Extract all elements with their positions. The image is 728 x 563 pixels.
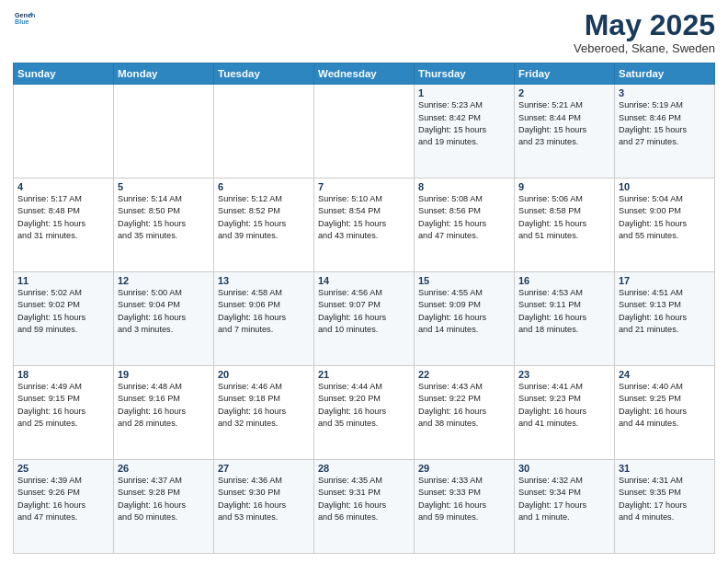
calendar-cell: 29Sunrise: 4:33 AM Sunset: 9:33 PM Dayli… xyxy=(415,460,515,554)
day-number: 13 xyxy=(218,275,310,286)
day-info: Sunrise: 4:44 AM Sunset: 9:20 PM Dayligh… xyxy=(318,381,410,430)
title-block: May 2025 Veberoed, Skane, Sweden xyxy=(574,9,715,55)
day-info: Sunrise: 4:49 AM Sunset: 9:15 PM Dayligh… xyxy=(17,381,109,430)
day-info: Sunrise: 5:10 AM Sunset: 8:54 PM Dayligh… xyxy=(318,193,410,242)
location: Veberoed, Skane, Sweden xyxy=(574,41,715,55)
calendar-cell xyxy=(214,85,314,178)
calendar-cell: 10Sunrise: 5:04 AM Sunset: 9:00 PM Dayli… xyxy=(615,178,715,272)
day-number: 25 xyxy=(17,463,109,474)
calendar-cell: 6Sunrise: 5:12 AM Sunset: 8:52 PM Daylig… xyxy=(214,178,314,272)
day-info: Sunrise: 4:31 AM Sunset: 9:35 PM Dayligh… xyxy=(619,475,711,523)
weekday-header-friday: Friday xyxy=(515,63,615,85)
calendar-cell: 24Sunrise: 4:40 AM Sunset: 9:25 PM Dayli… xyxy=(615,366,715,460)
day-number: 27 xyxy=(218,463,310,474)
day-number: 12 xyxy=(118,275,210,286)
weekday-header-row: SundayMondayTuesdayWednesdayThursdayFrid… xyxy=(14,63,715,85)
calendar-cell: 27Sunrise: 4:36 AM Sunset: 9:30 PM Dayli… xyxy=(214,460,314,554)
day-number: 15 xyxy=(418,275,510,286)
calendar-week-4: 18Sunrise: 4:49 AM Sunset: 9:15 PM Dayli… xyxy=(14,366,715,460)
calendar-cell xyxy=(314,85,415,178)
calendar-cell: 8Sunrise: 5:08 AM Sunset: 8:56 PM Daylig… xyxy=(415,178,515,272)
day-number: 28 xyxy=(318,463,410,474)
calendar-cell: 31Sunrise: 4:31 AM Sunset: 9:35 PM Dayli… xyxy=(615,460,715,554)
day-number: 24 xyxy=(619,369,711,380)
calendar-cell: 22Sunrise: 4:43 AM Sunset: 9:22 PM Dayli… xyxy=(415,366,515,460)
day-number: 18 xyxy=(17,369,109,380)
day-number: 16 xyxy=(518,275,610,286)
weekday-header-monday: Monday xyxy=(114,63,214,85)
day-info: Sunrise: 5:08 AM Sunset: 8:56 PM Dayligh… xyxy=(418,193,510,242)
calendar-cell: 19Sunrise: 4:48 AM Sunset: 9:16 PM Dayli… xyxy=(114,366,214,460)
calendar-cell: 17Sunrise: 4:51 AM Sunset: 9:13 PM Dayli… xyxy=(615,272,715,366)
day-number: 9 xyxy=(518,181,610,192)
calendar-cell: 20Sunrise: 4:46 AM Sunset: 9:18 PM Dayli… xyxy=(214,366,314,460)
calendar-cell: 5Sunrise: 5:14 AM Sunset: 8:50 PM Daylig… xyxy=(114,178,214,272)
day-number: 19 xyxy=(118,369,210,380)
day-number: 8 xyxy=(418,181,510,192)
day-number: 20 xyxy=(218,369,310,380)
calendar-cell: 1Sunrise: 5:23 AM Sunset: 8:42 PM Daylig… xyxy=(415,85,515,178)
day-info: Sunrise: 5:23 AM Sunset: 8:42 PM Dayligh… xyxy=(418,99,510,148)
day-info: Sunrise: 4:48 AM Sunset: 9:16 PM Dayligh… xyxy=(118,381,210,430)
calendar-cell: 3Sunrise: 5:19 AM Sunset: 8:46 PM Daylig… xyxy=(615,85,715,178)
calendar-cell: 18Sunrise: 4:49 AM Sunset: 9:15 PM Dayli… xyxy=(14,366,114,460)
day-number: 30 xyxy=(518,463,610,474)
day-number: 22 xyxy=(418,369,510,380)
day-number: 21 xyxy=(318,369,410,380)
day-number: 31 xyxy=(619,463,711,474)
calendar-cell: 9Sunrise: 5:06 AM Sunset: 8:58 PM Daylig… xyxy=(515,178,615,272)
day-number: 26 xyxy=(118,463,210,474)
weekday-header-sunday: Sunday xyxy=(14,63,114,85)
calendar-table: SundayMondayTuesdayWednesdayThursdayFrid… xyxy=(13,63,715,554)
day-number: 7 xyxy=(318,181,410,192)
day-info: Sunrise: 4:41 AM Sunset: 9:23 PM Dayligh… xyxy=(518,381,610,430)
calendar-cell: 14Sunrise: 4:56 AM Sunset: 9:07 PM Dayli… xyxy=(314,272,415,366)
day-info: Sunrise: 5:00 AM Sunset: 9:04 PM Dayligh… xyxy=(118,287,210,336)
day-info: Sunrise: 5:04 AM Sunset: 9:00 PM Dayligh… xyxy=(619,193,711,242)
calendar-cell: 12Sunrise: 5:00 AM Sunset: 9:04 PM Dayli… xyxy=(114,272,214,366)
day-number: 29 xyxy=(418,463,510,474)
day-info: Sunrise: 4:51 AM Sunset: 9:13 PM Dayligh… xyxy=(619,287,711,336)
day-info: Sunrise: 5:02 AM Sunset: 9:02 PM Dayligh… xyxy=(17,287,109,336)
day-number: 1 xyxy=(418,87,510,98)
calendar-week-5: 25Sunrise: 4:39 AM Sunset: 9:26 PM Dayli… xyxy=(14,460,715,554)
calendar-week-2: 4Sunrise: 5:17 AM Sunset: 8:48 PM Daylig… xyxy=(14,178,715,272)
month-title: May 2025 xyxy=(574,9,715,41)
weekday-header-thursday: Thursday xyxy=(415,63,515,85)
day-number: 10 xyxy=(619,181,711,192)
day-number: 11 xyxy=(17,275,109,286)
day-number: 2 xyxy=(518,87,610,98)
header: General Blue May 2025 Veberoed, Skane, S… xyxy=(13,9,715,55)
calendar-cell: 25Sunrise: 4:39 AM Sunset: 9:26 PM Dayli… xyxy=(14,460,114,554)
svg-text:Blue: Blue xyxy=(15,19,29,27)
day-info: Sunrise: 4:55 AM Sunset: 9:09 PM Dayligh… xyxy=(418,287,510,336)
day-info: Sunrise: 5:17 AM Sunset: 8:48 PM Dayligh… xyxy=(17,193,109,242)
day-number: 3 xyxy=(619,87,711,98)
day-info: Sunrise: 4:37 AM Sunset: 9:28 PM Dayligh… xyxy=(118,475,210,523)
day-info: Sunrise: 5:21 AM Sunset: 8:44 PM Dayligh… xyxy=(518,99,610,148)
day-info: Sunrise: 4:43 AM Sunset: 9:22 PM Dayligh… xyxy=(418,381,510,430)
day-info: Sunrise: 4:58 AM Sunset: 9:06 PM Dayligh… xyxy=(218,287,310,336)
day-info: Sunrise: 4:46 AM Sunset: 9:18 PM Dayligh… xyxy=(218,381,310,430)
calendar-cell: 13Sunrise: 4:58 AM Sunset: 9:06 PM Dayli… xyxy=(214,272,314,366)
day-info: Sunrise: 5:06 AM Sunset: 8:58 PM Dayligh… xyxy=(518,193,610,242)
day-info: Sunrise: 4:39 AM Sunset: 9:26 PM Dayligh… xyxy=(17,475,109,523)
day-info: Sunrise: 5:14 AM Sunset: 8:50 PM Dayligh… xyxy=(118,193,210,242)
day-info: Sunrise: 4:56 AM Sunset: 9:07 PM Dayligh… xyxy=(318,287,410,336)
day-number: 6 xyxy=(218,181,310,192)
calendar-cell xyxy=(14,85,114,178)
day-info: Sunrise: 4:36 AM Sunset: 9:30 PM Dayligh… xyxy=(218,475,310,523)
day-info: Sunrise: 4:53 AM Sunset: 9:11 PM Dayligh… xyxy=(518,287,610,336)
weekday-header-tuesday: Tuesday xyxy=(214,63,314,85)
calendar-week-3: 11Sunrise: 5:02 AM Sunset: 9:02 PM Dayli… xyxy=(14,272,715,366)
calendar-cell: 28Sunrise: 4:35 AM Sunset: 9:31 PM Dayli… xyxy=(314,460,415,554)
calendar-cell: 15Sunrise: 4:55 AM Sunset: 9:09 PM Dayli… xyxy=(415,272,515,366)
weekday-header-wednesday: Wednesday xyxy=(314,63,415,85)
day-info: Sunrise: 4:35 AM Sunset: 9:31 PM Dayligh… xyxy=(318,475,410,523)
page: General Blue May 2025 Veberoed, Skane, S… xyxy=(0,0,728,563)
day-number: 4 xyxy=(17,181,109,192)
day-info: Sunrise: 5:12 AM Sunset: 8:52 PM Dayligh… xyxy=(218,193,310,242)
day-info: Sunrise: 4:33 AM Sunset: 9:33 PM Dayligh… xyxy=(418,475,510,523)
day-number: 17 xyxy=(619,275,711,286)
calendar-cell: 23Sunrise: 4:41 AM Sunset: 9:23 PM Dayli… xyxy=(515,366,615,460)
